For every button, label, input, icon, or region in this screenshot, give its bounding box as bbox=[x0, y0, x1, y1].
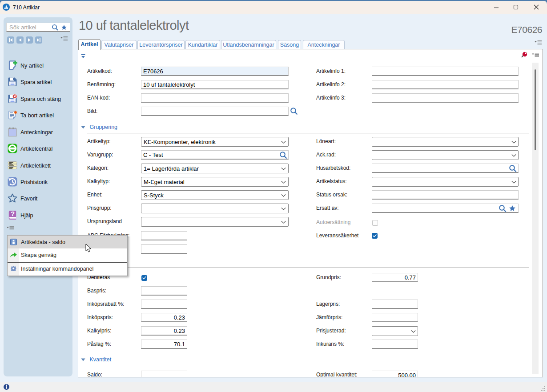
svg-text:?: ? bbox=[11, 210, 15, 217]
